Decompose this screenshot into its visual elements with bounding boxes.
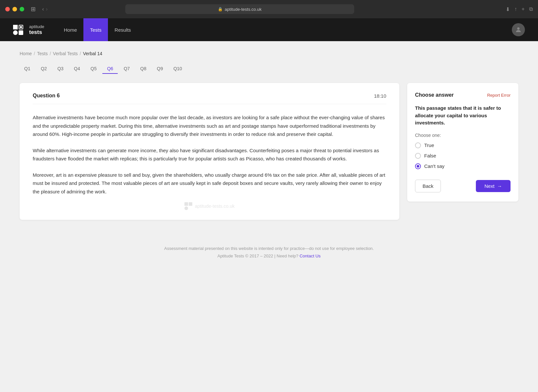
nav-tests[interactable]: Tests xyxy=(83,18,108,41)
watermark-text: aptitude-tests.co.uk xyxy=(195,204,234,209)
logo-line2: tests xyxy=(29,29,44,36)
wm-sq3 xyxy=(184,206,188,210)
download-icon[interactable]: ⬇ xyxy=(506,6,510,12)
browser-nav-arrows: ‹ › xyxy=(42,6,48,12)
passage-paragraph-1: Alternative investments have become much… xyxy=(33,113,386,139)
next-button[interactable]: Next → xyxy=(476,180,511,192)
option-false[interactable]: False xyxy=(415,153,511,159)
passage-paragraph-2: While alternative investments can genera… xyxy=(33,146,386,163)
answer-actions: Back Next → xyxy=(415,180,511,192)
logo-square-1 xyxy=(13,25,18,29)
answer-title: Choose answer xyxy=(415,92,454,98)
maximize-button[interactable] xyxy=(20,7,24,11)
user-avatar[interactable] xyxy=(512,23,525,36)
logo-line1: aptitude xyxy=(29,24,44,29)
traffic-lights xyxy=(5,7,24,11)
nav-home[interactable]: Home xyxy=(57,18,83,41)
tab-q9[interactable]: Q9 xyxy=(152,64,168,74)
question-card: Question 6 18:10 Alternative investments… xyxy=(20,83,399,220)
browser-chrome: ⊞ ‹ › 🔒 aptitude-tests.co.uk ⬇ ↑ + ⧉ xyxy=(0,0,538,18)
tab-q5[interactable]: Q5 xyxy=(86,64,101,74)
nav-links: Home Tests Results xyxy=(57,18,137,41)
question-label: Question 6 xyxy=(33,93,60,99)
site-logo[interactable]: aptitude tests xyxy=(13,24,44,36)
breadcrumb-current: Verbal 14 xyxy=(83,51,102,56)
close-button[interactable] xyxy=(5,7,10,11)
passage-paragraph-3: Moreover, art is an expensive pleasure t… xyxy=(33,171,386,196)
next-arrow-icon: → xyxy=(497,183,502,189)
new-tab-icon[interactable]: + xyxy=(522,6,525,12)
logo-square-2 xyxy=(19,25,23,29)
forward-arrow-icon[interactable]: › xyxy=(46,6,47,12)
tabs-icon[interactable]: ⧉ xyxy=(529,6,533,12)
breadcrumb-sep-1: / xyxy=(34,51,35,56)
breadcrumb-home[interactable]: Home xyxy=(20,51,32,56)
watermark: aptitude-tests.co.uk xyxy=(33,202,386,210)
browser-actions: ⬇ ↑ + ⧉ xyxy=(506,6,533,12)
logo-icon xyxy=(13,25,23,35)
choose-label: Choose one: xyxy=(415,133,511,138)
back-arrow-icon[interactable]: ‹ xyxy=(42,6,44,12)
answer-header: Choose answer Report Error xyxy=(415,92,511,98)
passage: Alternative investments have become much… xyxy=(33,113,386,196)
contact-us-link[interactable]: Contact Us xyxy=(300,253,321,258)
tab-q7[interactable]: Q7 xyxy=(119,64,134,74)
option-cant-say[interactable]: Can't say xyxy=(415,163,511,169)
site-navbar: aptitude tests Home Tests Results xyxy=(0,18,538,41)
wm-sq2 xyxy=(189,202,192,206)
tab-q3[interactable]: Q3 xyxy=(53,64,68,74)
logo-square-3 xyxy=(13,30,18,35)
radio-true[interactable] xyxy=(415,142,421,148)
sidebar-toggle-icon[interactable]: ⊞ xyxy=(31,6,36,13)
svg-point-0 xyxy=(517,27,519,30)
report-error-link[interactable]: Report Error xyxy=(487,93,511,98)
breadcrumb: Home / Tests / Verbal Tests / Verbal 14 xyxy=(20,51,518,56)
footer-copyright-text: Aptitude Tests © 2017 – 2022 | Need help… xyxy=(217,253,299,258)
wm-sq4 xyxy=(189,206,192,210)
tab-q6[interactable]: Q6 xyxy=(102,64,118,74)
question-tabs: Q1 Q2 Q3 Q4 Q5 Q6 Q7 Q8 Q9 Q10 xyxy=(20,64,518,74)
minimize-button[interactable] xyxy=(12,7,17,11)
answer-options: True False Can't say xyxy=(415,142,511,169)
question-header: Question 6 18:10 xyxy=(33,93,386,104)
wm-sq1 xyxy=(184,202,188,206)
share-icon[interactable]: ↑ xyxy=(514,6,517,12)
tab-q10[interactable]: Q10 xyxy=(169,64,186,74)
breadcrumb-sep-3: / xyxy=(80,51,81,56)
nav-results[interactable]: Results xyxy=(108,18,137,41)
radio-false[interactable] xyxy=(415,153,421,159)
breadcrumb-tests[interactable]: Tests xyxy=(37,51,48,56)
breadcrumb-sep-2: / xyxy=(50,51,51,56)
tab-q8[interactable]: Q8 xyxy=(136,64,151,74)
answer-panel: Choose answer Report Error This passage … xyxy=(407,83,518,202)
option-cant-say-label: Can't say xyxy=(424,163,444,169)
lock-icon: 🔒 xyxy=(218,7,223,11)
question-statement: This passage states that it is safer to … xyxy=(415,105,511,127)
footer-disclaimer: Assessment material presented on this we… xyxy=(26,246,512,251)
page-content: Home / Tests / Verbal Tests / Verbal 14 … xyxy=(0,41,538,275)
footer-copyright: Aptitude Tests © 2017 – 2022 | Need help… xyxy=(26,253,512,258)
option-true[interactable]: True xyxy=(415,142,511,148)
logo-text: aptitude tests xyxy=(29,24,44,36)
page-footer: Assessment material presented on this we… xyxy=(20,239,518,265)
option-true-label: True xyxy=(424,142,434,148)
next-button-label: Next xyxy=(484,183,495,189)
option-false-label: False xyxy=(424,153,436,158)
watermark-icon xyxy=(184,202,192,210)
main-layout: Question 6 18:10 Alternative investments… xyxy=(20,83,518,220)
tab-q4[interactable]: Q4 xyxy=(69,64,85,74)
url-text: aptitude-tests.co.uk xyxy=(225,7,262,12)
breadcrumb-verbal-tests[interactable]: Verbal Tests xyxy=(53,51,78,56)
address-bar[interactable]: 🔒 aptitude-tests.co.uk xyxy=(125,4,354,14)
tab-q1[interactable]: Q1 xyxy=(20,64,35,74)
radio-cant-say[interactable] xyxy=(415,163,421,169)
back-button[interactable]: Back xyxy=(415,180,441,192)
question-timer: 18:10 xyxy=(374,93,386,99)
logo-square-4 xyxy=(19,30,23,35)
tab-q2[interactable]: Q2 xyxy=(36,64,52,74)
